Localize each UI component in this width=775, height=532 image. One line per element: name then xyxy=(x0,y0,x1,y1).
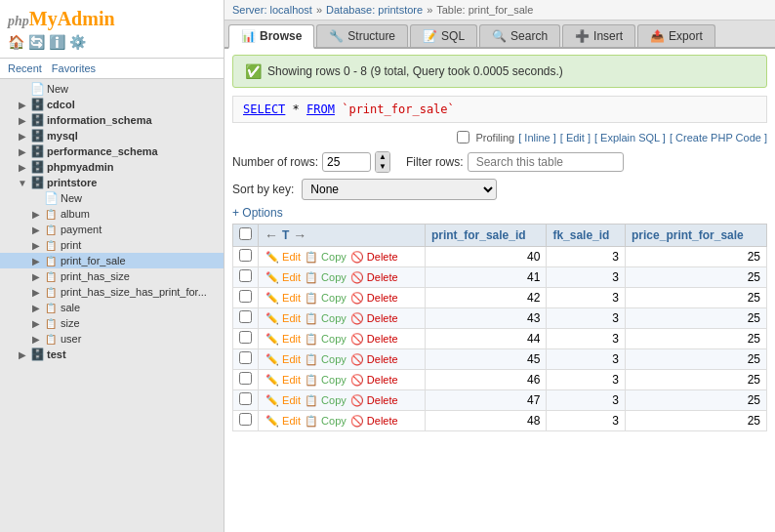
toggle-icon: ▶ xyxy=(16,131,29,142)
edit-button[interactable]: ✏️ Edit xyxy=(265,292,302,305)
tab-structure[interactable]: 🔧 Structure xyxy=(316,24,408,47)
tab-browse[interactable]: 📊 Browse xyxy=(228,24,314,49)
row-checkbox[interactable] xyxy=(239,269,252,282)
rows-input[interactable] xyxy=(322,152,371,172)
edit-button[interactable]: ✏️ Edit xyxy=(265,394,302,407)
sidebar-item-payment[interactable]: ▶ 📋 payment xyxy=(0,222,224,237)
cell-fk-sale-id: 3 xyxy=(547,308,626,329)
sidebar-item-cdcol[interactable]: ▶ 🗄️ cdcol xyxy=(0,97,224,112)
row-checkbox[interactable] xyxy=(239,372,252,385)
delete-button[interactable]: 🚫 Delete xyxy=(349,271,399,284)
sidebar-item-size[interactable]: ▶ 📋 size xyxy=(0,315,224,331)
sidebar-item-new-top[interactable]: 📄 New xyxy=(0,81,224,97)
col-sort-link[interactable]: fk_sale_id xyxy=(552,228,609,242)
edit-button[interactable]: ✏️ Edit xyxy=(265,415,302,428)
filter-input[interactable] xyxy=(468,152,624,172)
tab-insert[interactable]: ➕ Insert xyxy=(562,24,635,47)
row-checkbox[interactable] xyxy=(239,413,252,426)
row-checkbox[interactable] xyxy=(239,331,252,344)
rows-down-button[interactable]: ▼ xyxy=(376,162,389,172)
sidebar-item-performance-schema[interactable]: ▶ 🗄️ performance_schema xyxy=(0,143,224,159)
copy-button[interactable]: 📋 Copy xyxy=(304,415,347,428)
app-logo: phpMyAdmin xyxy=(8,8,115,30)
row-checkbox[interactable] xyxy=(239,351,252,364)
edit-button[interactable]: ✏️ Edit xyxy=(265,312,302,325)
cell-price: 25 xyxy=(626,349,767,370)
right-arrow-icon[interactable]: → xyxy=(293,227,306,243)
left-arrow-icon[interactable]: ← xyxy=(265,227,278,243)
copy-button[interactable]: 📋 Copy xyxy=(304,292,347,305)
sidebar-item-information-schema[interactable]: ▶ 🗄️ information_schema xyxy=(0,112,224,128)
favorites-link[interactable]: Favorites xyxy=(52,62,96,74)
sidebar-item-new-printstore[interactable]: 📄 New xyxy=(0,190,224,206)
row-checkbox[interactable] xyxy=(239,290,252,303)
delete-button[interactable]: 🚫 Delete xyxy=(349,292,399,305)
delete-button[interactable]: 🚫 Delete xyxy=(349,353,399,366)
sidebar-item-sale[interactable]: ▶ 📋 sale xyxy=(0,300,224,315)
table-icon: 📋 xyxy=(43,316,59,330)
row-checkbox[interactable] xyxy=(239,392,252,405)
col-sort-link[interactable]: price_print_for_sale xyxy=(632,228,744,242)
sort-select[interactable]: None xyxy=(302,179,497,200)
sidebar-item-print[interactable]: ▶ 📋 print xyxy=(0,237,224,253)
edit-button[interactable]: ✏️ Edit xyxy=(265,251,302,264)
edit-button[interactable]: ✏️ Edit xyxy=(265,271,302,284)
sidebar-item-print-has-size-has-print[interactable]: ▶ 📋 print_has_size_has_print_for... xyxy=(0,284,224,300)
edit-button[interactable]: ✏️ Edit xyxy=(265,353,302,366)
sidebar-item-printstore[interactable]: ▼ 🗄️ printstore xyxy=(0,175,224,190)
copy-button[interactable]: 📋 Copy xyxy=(304,353,347,366)
table-row: ✏️ Edit 📋 Copy 🚫 Delete 45 3 25 xyxy=(233,349,767,370)
breadcrumb-server[interactable]: Server: localhost xyxy=(232,4,312,16)
sidebar-item-print-for-sale[interactable]: ▶ 📋 print_for_sale xyxy=(0,253,224,268)
sidebar-item-album[interactable]: ▶ 📋 album xyxy=(0,206,224,222)
explain-sql-link[interactable]: [ Explain SQL ] xyxy=(594,132,666,143)
sidebar-item-phpmyadmin[interactable]: ▶ 🗄️ phpmyadmin xyxy=(0,159,224,175)
col-header-fk-sale-id[interactable]: fk_sale_id xyxy=(547,225,626,247)
inline-link[interactable]: [ Inline ] xyxy=(518,132,556,143)
sidebar-item-print-has-size[interactable]: ▶ 📋 print_has_size xyxy=(0,268,224,284)
options-toggle[interactable]: + Options xyxy=(232,206,767,220)
delete-button[interactable]: 🚫 Delete xyxy=(349,415,399,428)
sidebar-item-user[interactable]: ▶ 📋 user xyxy=(0,331,224,347)
tab-export[interactable]: 📤 Export xyxy=(637,24,715,47)
edit-button[interactable]: ✏️ Edit xyxy=(265,374,302,387)
tab-sql[interactable]: 📝 SQL xyxy=(410,24,477,47)
copy-button[interactable]: 📋 Copy xyxy=(304,333,347,346)
settings-icon[interactable]: ⚙️ xyxy=(69,34,86,50)
tab-search[interactable]: 🔍 Search xyxy=(479,24,560,47)
copy-button[interactable]: 📋 Copy xyxy=(304,312,347,325)
row-checkbox[interactable] xyxy=(239,310,252,323)
create-php-code-link[interactable]: [ Create PHP Code ] xyxy=(670,132,767,143)
row-checkbox[interactable] xyxy=(239,249,252,262)
home-icon[interactable]: 🏠 xyxy=(8,34,24,50)
breadcrumb-sep1: » xyxy=(316,4,322,16)
breadcrumb-database[interactable]: Database: printstore xyxy=(326,4,423,16)
profiling-checkbox[interactable] xyxy=(457,131,469,143)
sidebar-item-mysql[interactable]: ▶ 🗄️ mysql xyxy=(0,128,224,143)
copy-button[interactable]: 📋 Copy xyxy=(304,374,347,387)
sidebar-table-label: print xyxy=(61,239,81,251)
delete-button[interactable]: 🚫 Delete xyxy=(349,374,399,387)
edit-button[interactable]: ✏️ Edit xyxy=(265,333,302,346)
col-header-price[interactable]: price_print_for_sale xyxy=(626,225,767,247)
table-icon: 📋 xyxy=(43,223,59,236)
sidebar-item-test[interactable]: ▶ 🗄️ test xyxy=(0,347,224,362)
success-text: Showing rows 0 - 8 (9 total, Query took … xyxy=(267,64,563,78)
delete-button[interactable]: 🚫 Delete xyxy=(349,251,399,264)
delete-button[interactable]: 🚫 Delete xyxy=(349,312,399,325)
delete-button[interactable]: 🚫 Delete xyxy=(349,394,399,407)
copy-button[interactable]: 📋 Copy xyxy=(304,251,347,264)
delete-button[interactable]: 🚫 Delete xyxy=(349,333,399,346)
col-sort-link[interactable]: print_for_sale_id xyxy=(431,228,526,242)
recent-link[interactable]: Recent xyxy=(8,62,42,74)
copy-button[interactable]: 📋 Copy xyxy=(304,394,347,407)
refresh-icon[interactable]: 🔄 xyxy=(28,34,45,50)
info-icon[interactable]: ℹ️ xyxy=(49,34,65,50)
select-all-checkbox[interactable] xyxy=(239,227,252,240)
copy-button[interactable]: 📋 Copy xyxy=(304,271,347,284)
toggle-icon: ▶ xyxy=(29,240,43,251)
rows-up-button[interactable]: ▲ xyxy=(376,152,389,162)
row-actions-cell: ✏️ Edit 📋 Copy 🚫 Delete xyxy=(259,390,426,411)
edit-link[interactable]: [ Edit ] xyxy=(560,132,591,143)
col-header-print-for-sale-id[interactable]: print_for_sale_id xyxy=(425,225,546,247)
